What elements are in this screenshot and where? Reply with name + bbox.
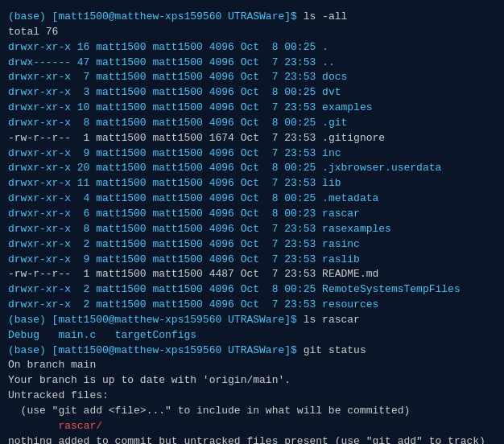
prompt: (base) [matt1500@matthew-xps159560 UTRAS… (8, 344, 304, 356)
terminal-line: Debug main.c targetConfigs (8, 328, 496, 343)
dir-name: rasinc (322, 238, 360, 250)
plain-text: (use "git add <file>..." to include in w… (8, 405, 410, 417)
file-meta: drwxr-xr-x 8 matt1500 matt1500 4096 Oct … (8, 223, 322, 235)
plain-text: Your branch is up to date with 'origin/m… (8, 374, 291, 386)
terminal-line: drwxr-xr-x 2 matt1500 matt1500 4096 Oct … (8, 282, 496, 298)
terminal-line: drwxr-xr-x 9 matt1500 matt1500 4096 Oct … (8, 146, 496, 162)
file-meta: drwxr-xr-x 20 matt1500 matt1500 4096 Oct… (8, 162, 322, 174)
file-meta: drwxr-xr-x 2 matt1500 matt1500 4096 Oct … (8, 238, 322, 250)
dir-name: resources (322, 298, 378, 310)
file-meta: -rw-r--r-- 1 matt1500 matt1500 1674 Oct … (8, 132, 322, 144)
terminal-line: (base) [matt1500@matthew-xps159560 UTRAS… (8, 313, 496, 328)
dir-name: .. (322, 56, 335, 68)
plain-text: Untracked files: (8, 389, 109, 401)
terminal-line: drwxr-xr-x 7 matt1500 matt1500 4096 Oct … (8, 70, 496, 85)
file-meta: drwxr-xr-x 2 matt1500 matt1500 4096 Oct … (8, 298, 322, 310)
plain-text: On branch main (8, 359, 96, 371)
terminal-line: drwxr-xr-x 20 matt1500 matt1500 4096 Oct… (8, 161, 496, 176)
terminal-line: drwxr-xr-x 2 matt1500 matt1500 4096 Oct … (8, 298, 496, 313)
terminal-line: -rw-r--r-- 1 matt1500 matt1500 1674 Oct … (8, 131, 496, 146)
dir-name: examples (322, 101, 372, 113)
terminal-line: drwxr-xr-x 11 matt1500 matt1500 4096 Oct… (8, 176, 496, 191)
untracked-file: rascar/ (8, 420, 102, 432)
dir-name: rascar (322, 208, 360, 220)
file-meta: drwxr-xr-x 6 matt1500 matt1500 4096 Oct … (8, 208, 322, 220)
terminal-line: (base) [matt1500@matthew-xps159560 UTRAS… (8, 343, 496, 359)
terminal-line: (base) [matt1500@matthew-xps159560 UTRAS… (8, 10, 496, 25)
file-meta: drwxr-xr-x 3 matt1500 matt1500 4096 Oct … (8, 86, 322, 98)
file-meta: drwx------ 47 matt1500 matt1500 4096 Oct… (8, 56, 322, 68)
file-meta: drwxr-xr-x 10 matt1500 matt1500 4096 Oct… (8, 101, 322, 113)
terminal-line: drwxr-xr-x 3 matt1500 matt1500 4096 Oct … (8, 85, 496, 101)
terminal-line: drwxr-xr-x 8 matt1500 matt1500 4096 Oct … (8, 222, 496, 237)
command: git status (304, 344, 366, 356)
dir-name: rasexamples (322, 223, 391, 235)
terminal-line: nothing added to commit but untracked fi… (8, 434, 496, 444)
dir-name: RemoteSystemsTempFiles (322, 283, 461, 295)
file-meta: drwxr-xr-x 16 matt1500 matt1500 4096 Oct… (8, 41, 322, 53)
terminal-line: drwxr-xr-x 4 matt1500 matt1500 4096 Oct … (8, 191, 496, 207)
file-meta: -rw-r--r-- 1 matt1500 matt1500 4487 Oct … (8, 268, 322, 280)
terminal-line: Untracked files: (8, 388, 496, 404)
file-meta: drwxr-xr-x 9 matt1500 matt1500 4096 Oct … (8, 147, 322, 159)
dir-name: .jxbrowser.userdata (322, 162, 441, 174)
plain-text: total 76 (8, 26, 58, 38)
terminal-line: -rw-r--r-- 1 matt1500 matt1500 4487 Oct … (8, 267, 496, 282)
terminal-line: drwxr-xr-x 2 matt1500 matt1500 4096 Oct … (8, 237, 496, 253)
dir-name: docs (322, 71, 347, 83)
file-meta: drwxr-xr-x 8 matt1500 matt1500 4096 Oct … (8, 117, 322, 129)
file-name: README.md (322, 268, 378, 280)
dir-name: inc (322, 147, 341, 159)
dir-name: dvt (322, 86, 341, 98)
prompt: (base) [matt1500@matthew-xps159560 UTRAS… (8, 10, 304, 23)
prompt: (base) [matt1500@matthew-xps159560 UTRAS… (8, 314, 304, 326)
file-meta: drwxr-xr-x 11 matt1500 matt1500 4096 Oct… (8, 177, 322, 189)
file-meta: drwxr-xr-x 2 matt1500 matt1500 4096 Oct … (8, 283, 322, 295)
command: ls rascar (304, 314, 360, 326)
terminal-line: Your branch is up to date with 'origin/m… (8, 373, 496, 388)
ls-output: Debug main.c targetConfigs (8, 329, 196, 341)
terminal-line: drwx------ 47 matt1500 matt1500 4096 Oct… (8, 56, 496, 71)
terminal-line: rascar/ (8, 419, 496, 434)
dir-name: lib (322, 177, 341, 189)
file-name: .gitignore (322, 132, 385, 144)
terminal-line: On branch main (8, 358, 496, 373)
file-meta: drwxr-xr-x 4 matt1500 matt1500 4096 Oct … (8, 192, 322, 204)
terminal-line: (use "git add <file>..." to include in w… (8, 404, 496, 419)
dir-name: .git (322, 117, 347, 129)
terminal-line: drwxr-xr-x 6 matt1500 matt1500 4096 Oct … (8, 207, 496, 222)
dir-name: .metadata (322, 192, 378, 204)
terminal-line: drwxr-xr-x 16 matt1500 matt1500 4096 Oct… (8, 40, 496, 56)
file-meta: drwxr-xr-x 9 matt1500 matt1500 4096 Oct … (8, 253, 322, 265)
terminal-line: total 76 (8, 25, 496, 40)
command: ls -all (304, 10, 348, 23)
terminal-window[interactable]: (base) [matt1500@matthew-xps159560 UTRAS… (6, 6, 498, 444)
dir-name: . (322, 41, 328, 53)
dir-name: raslib (322, 253, 360, 265)
plain-text: nothing added to commit but untracked fi… (8, 435, 485, 444)
terminal-line: drwxr-xr-x 8 matt1500 matt1500 4096 Oct … (8, 116, 496, 131)
terminal-line: drwxr-xr-x 9 matt1500 matt1500 4096 Oct … (8, 253, 496, 268)
file-meta: drwxr-xr-x 7 matt1500 matt1500 4096 Oct … (8, 71, 322, 83)
terminal-line: drwxr-xr-x 10 matt1500 matt1500 4096 Oct… (8, 101, 496, 116)
